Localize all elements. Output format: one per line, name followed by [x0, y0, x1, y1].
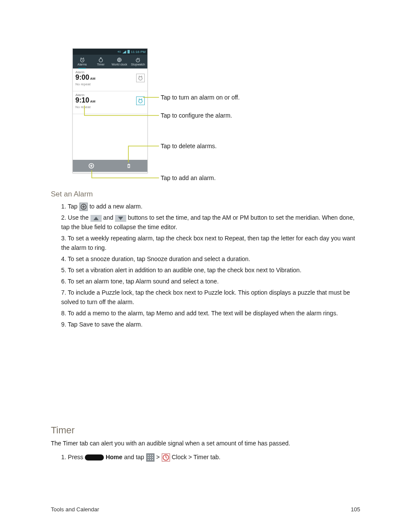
callout-toggle: Tap to turn an alarm on or off. [161, 94, 240, 101]
svg-point-6 [139, 100, 142, 103]
up-arrow-button-icon [90, 215, 102, 222]
tab-timer[interactable]: Timer [91, 55, 110, 68]
bottom-bar [73, 160, 147, 172]
alarm-repeat: No repeat [75, 105, 145, 109]
svg-rect-22 [152, 459, 153, 460]
step-1: 1. Tap to add a new alarm. [61, 202, 361, 211]
tab-timer-label: Timer [97, 63, 105, 66]
alarm-toggle-on[interactable] [136, 96, 145, 105]
footer-page: 105 [351, 506, 360, 513]
timer-intro: The Timer tab can alert you with an audi… [51, 439, 361, 448]
alarm-row[interactable]: Alarm 9:00AM No repeat [73, 68, 147, 91]
timer-icon [98, 57, 103, 62]
clock-app-icon [162, 453, 170, 462]
tab-worldclock-label: World clock [112, 63, 127, 66]
svg-rect-12 [85, 454, 104, 460]
step-4: 4. To set a snooze duration, tap Snooze … [61, 254, 361, 264]
step-8: 8. To add a memo to the alarm, tap Memo … [61, 308, 361, 318]
home-key-icon [85, 454, 104, 460]
plus-box-icon [79, 202, 88, 211]
signal-icon [122, 50, 126, 53]
apps-grid-icon [146, 453, 155, 462]
callout-delete: Tap to delete alarms. [161, 143, 217, 149]
step-7: 7. To include a Puzzle lock, tap the che… [61, 288, 361, 307]
status-bar: 4G 11:16 PM [73, 49, 147, 55]
tab-alarms-label: Alarms [78, 63, 87, 66]
app-tabs: Alarms Timer World clock Stopwatch [73, 55, 147, 68]
trash-icon [126, 163, 132, 169]
delete-alarm-button[interactable] [110, 160, 148, 172]
svg-rect-15 [150, 455, 151, 456]
svg-rect-16 [152, 455, 153, 456]
alarm-time: 9:10AM [75, 97, 145, 105]
tab-stopwatch-label: Stopwatch [131, 63, 145, 66]
plus-circle-icon [88, 163, 94, 169]
alarm-time: 9:00AM [75, 74, 145, 82]
svg-rect-20 [148, 459, 149, 460]
step-9: 9. Tap Save to save the alarm. [61, 320, 361, 329]
clock-on-icon [138, 98, 143, 103]
svg-rect-18 [150, 457, 151, 458]
callout-configure: Tap to configure the alarm. [161, 112, 232, 119]
svg-rect-17 [148, 457, 149, 458]
svg-point-5 [139, 77, 142, 80]
step-6: 6. To set an alarm tone, tap Alarm sound… [61, 277, 361, 286]
timer-step-1: 1. Press Home and tap > Clock > Timer ta… [61, 452, 361, 462]
tab-worldclock[interactable]: World clock [110, 55, 129, 68]
svg-rect-14 [148, 455, 149, 456]
tab-alarms[interactable]: Alarms [73, 55, 91, 68]
add-alarm-button[interactable] [73, 160, 110, 172]
phone-screenshot: 4G 11:16 PM Alarms Timer World clock Sto… [72, 48, 148, 173]
down-arrow-button-icon [115, 215, 126, 222]
svg-point-1 [99, 59, 103, 62]
callout-add: Tap to add an alarm. [161, 174, 216, 181]
alarm-list: Alarm 9:00AM No repeat Alarm 9:10AM No r… [73, 68, 147, 160]
heading-set-alarm: Set an Alarm [51, 190, 361, 199]
alarm-repeat: No repeat [75, 82, 145, 86]
network-4g-indicator: 4G [118, 50, 121, 53]
alarm-toggle-off[interactable] [136, 74, 145, 82]
status-time: 11:16 PM [131, 50, 146, 54]
alarm-icon [80, 57, 85, 62]
step-2: 2. Use the and buttons to set the time, … [61, 213, 361, 232]
footer-section: Tools and Calendar [51, 506, 99, 513]
svg-rect-19 [152, 457, 153, 458]
svg-rect-21 [150, 459, 151, 460]
tab-stopwatch[interactable]: Stopwatch [129, 55, 147, 68]
alarm-row[interactable]: Alarm 9:10AM No repeat [73, 91, 147, 114]
battery-icon [128, 50, 130, 53]
heading-timer: Timer [51, 426, 361, 435]
clock-outline-icon [138, 75, 143, 81]
globe-icon [117, 57, 122, 62]
stopwatch-icon [135, 57, 140, 62]
step-3: 3. To set a weekly repeating alarm, tap … [61, 233, 361, 252]
step-5: 5. To set a vibration alert in addition … [61, 265, 361, 275]
